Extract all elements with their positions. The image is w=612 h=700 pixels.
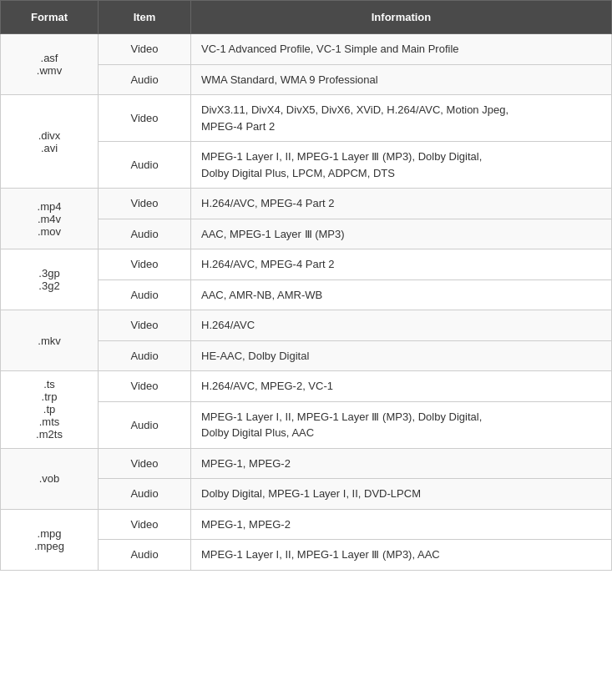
info-cell: AAC, AMR-NB, AMR-WB [191,279,612,310]
item-cell: Audio [99,340,191,371]
item-cell: Audio [99,64,191,95]
table-row: .mp4.m4v.movVideoH.264/AVC, MPEG-4 Part … [1,189,612,219]
info-cell: MPEG-1 Layer I, II, MPEG-1 Layer Ⅲ (MP3)… [191,142,612,189]
format-cell: .ts.trp.tp.mts.m2ts [1,371,99,449]
format-cell: .mp4.m4v.mov [1,189,99,249]
info-cell: MPEG-1, MPEG-2 [191,509,612,540]
info-cell: MPEG-1 Layer I, II, MPEG-1 Layer Ⅲ (MP3)… [191,540,612,571]
item-cell: Audio [99,401,191,448]
info-cell: VC-1 Advanced Profile, VC-1 Simple and M… [191,34,612,65]
info-cell: MPEG-1, MPEG-2 [191,448,612,479]
info-cell: WMA Standard, WMA 9 Professional [191,64,612,95]
format-cell: .3gp.3g2 [1,249,99,310]
table-row: .mpg.mpegVideoMPEG-1, MPEG-2 [1,509,612,540]
header-format: Format [1,1,99,34]
item-cell: Video [99,249,191,280]
table-row: .divx.aviVideoDivX3.11, DivX4, DivX5, Di… [1,95,612,142]
info-cell: H.264/AVC [191,310,612,341]
info-cell: DivX3.11, DivX4, DivX5, DivX6, XViD, H.2… [191,95,612,142]
item-cell: Audio [99,219,191,249]
table-row: .ts.trp.tp.mts.m2tsVideoH.264/AVC, MPEG-… [1,371,612,402]
format-cell: .vob [1,448,99,509]
item-cell: Audio [99,142,191,189]
info-cell: H.264/AVC, MPEG-2, VC-1 [191,371,612,402]
info-cell: H.264/AVC, MPEG-4 Part 2 [191,249,612,280]
info-cell: AAC, MPEG-1 Layer Ⅲ (MP3) [191,219,612,249]
item-cell: Video [99,189,191,219]
item-cell: Audio [99,479,191,510]
item-cell: Video [99,448,191,479]
header-information: Information [191,1,612,34]
table-row: .asf.wmvVideoVC-1 Advanced Profile, VC-1… [1,34,612,65]
table-row: .mkvVideoH.264/AVC [1,310,612,341]
format-table: Format Item Information .asf.wmvVideoVC-… [0,0,612,571]
item-cell: Video [99,34,191,65]
format-cell: .asf.wmv [1,34,99,95]
info-cell: MPEG-1 Layer I, II, MPEG-1 Layer Ⅲ (MP3)… [191,401,612,448]
item-cell: Video [99,371,191,402]
table-header-row: Format Item Information [1,1,612,34]
item-cell: Audio [99,540,191,571]
format-cell: .mpg.mpeg [1,509,99,570]
format-cell: .divx.avi [1,95,99,189]
info-cell: HE-AAC, Dolby Digital [191,340,612,371]
table-row: .vobVideoMPEG-1, MPEG-2 [1,448,612,479]
info-cell: Dolby Digital, MPEG-1 Layer I, II, DVD-L… [191,479,612,510]
info-cell: H.264/AVC, MPEG-4 Part 2 [191,189,612,219]
table-row: .3gp.3g2VideoH.264/AVC, MPEG-4 Part 2 [1,249,612,280]
item-cell: Video [99,509,191,540]
item-cell: Audio [99,279,191,310]
format-cell: .mkv [1,310,99,371]
item-cell: Video [99,95,191,142]
item-cell: Video [99,310,191,341]
header-item: Item [99,1,191,34]
